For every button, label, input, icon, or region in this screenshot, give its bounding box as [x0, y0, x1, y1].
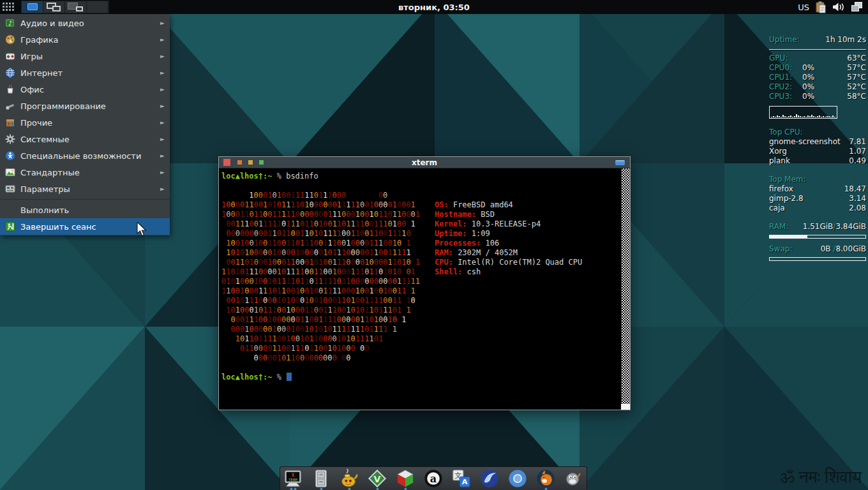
menu-item-5[interactable]: Офис►	[0, 81, 170, 98]
development-icon	[5, 101, 17, 111]
workspace-2[interactable]	[43, 1, 65, 13]
sensor-row-cpu1: CPU1:0%57°C	[769, 73, 866, 82]
workspace-1[interactable]	[22, 1, 43, 13]
sensor-row-gpu: GPU:63°C	[769, 54, 866, 63]
gimp-icon	[564, 469, 583, 488]
window-minimize-button[interactable]	[248, 160, 253, 165]
window-maximize-button[interactable]	[259, 160, 264, 165]
firefox-icon	[536, 469, 555, 488]
menu-item-label: Стандартные	[20, 168, 156, 177]
menu-item-label: Графика	[20, 35, 156, 45]
dock-item-translator[interactable]: 文A	[451, 469, 472, 488]
dock-item-genie-lamp[interactable]	[339, 469, 359, 488]
top-mem-title: Top Mem:	[769, 175, 866, 184]
system-tray: US	[798, 1, 868, 13]
volume-icon[interactable]	[832, 2, 845, 12]
sensor-row-cpu0: CPU0:0%57°C	[769, 63, 866, 73]
svg-text:♪: ♪	[8, 20, 12, 27]
top-panel: вторник, 03:50 US	[0, 0, 868, 14]
terminal-ascii-art-line: 1010100000100001000001011100000110011111…	[221, 248, 621, 258]
system-monitor: Uptime: 1h 10m 2s GPU:63°CCPU0:0%57°CCPU…	[769, 35, 866, 261]
menu-item-label: Специальные возможности	[20, 151, 156, 161]
clock[interactable]: вторник, 03:50	[0, 3, 868, 12]
terminal-screen[interactable]: loc▲lhos†:~ % bsdinfo 100010100111110111…	[219, 168, 621, 410]
dock-item-xterm[interactable]: XTERM	[283, 469, 303, 488]
workspace-window-thumbnail	[52, 6, 61, 11]
menu-item-8[interactable]: Системные►	[0, 131, 170, 147]
terminal-ascii-art-line: 00101110000101000100100011010011110011 1…	[221, 296, 621, 306]
a-browser-icon: a	[424, 469, 443, 488]
system-info-line: Processes: 106	[435, 239, 499, 248]
logout-icon	[5, 221, 17, 232]
workspace-4[interactable]	[87, 1, 108, 13]
genie-lamp-icon	[340, 469, 359, 488]
top-mem-row: caja2.08	[769, 204, 866, 213]
uptime-row: Uptime: 1h 10m 2s	[769, 35, 866, 45]
dock-item-vim[interactable]: V	[367, 469, 387, 488]
other-icon	[5, 117, 17, 128]
desktop-mantra-text: ॐ नमः शिवाय	[780, 468, 862, 487]
terminal-ascii-art-line: 10100010111001000110011100101011011101 1	[221, 306, 621, 315]
terminal-ascii-art-line: 001110011111011101101001101111001110100 …	[221, 219, 621, 229]
system-info-line: Uptime: 1:09	[435, 229, 490, 239]
divider	[769, 49, 866, 50]
terminal-scrollbar-thumb[interactable]	[621, 404, 630, 410]
keyboard-layout-indicator[interactable]: US	[798, 3, 809, 12]
menu-item-2[interactable]: Графика►	[0, 31, 170, 48]
dock-item-chromium[interactable]	[507, 469, 528, 488]
system-info-line: Kernel: 10.3-RELEASE-p4	[435, 219, 541, 229]
submenu-arrow-icon: ►	[160, 86, 165, 93]
terminal-scrollbar[interactable]	[621, 168, 630, 410]
svg-text:A: A	[462, 478, 468, 486]
dock-item-seamonkey[interactable]	[479, 469, 500, 488]
menu-item-label: Аудио и видео	[20, 19, 156, 28]
dock-item-firefox[interactable]	[535, 469, 556, 488]
terminal-prompt-line: loc▲lhos†:~ % bsdinfo	[221, 172, 621, 181]
menu-item-1[interactable]: ♪Аудио и видео►	[0, 15, 170, 31]
dock-item-file-manager[interactable]	[311, 469, 331, 488]
system-info-line: Shell: csh	[435, 267, 481, 277]
menu-item-6[interactable]: Программирование►	[0, 98, 170, 114]
cpu-usage-graph	[769, 106, 837, 119]
submenu-arrow-icon: ►	[160, 70, 165, 76]
menu-item-10[interactable]: Стандартные►	[0, 164, 170, 181]
xterm-titlebar[interactable]: xterm	[219, 157, 630, 168]
translator-icon: 文A	[452, 469, 471, 488]
submenu-arrow-icon: ►	[160, 186, 165, 192]
menu-item-9[interactable]: Специальные возможности►	[0, 147, 170, 164]
workspace-3[interactable]	[65, 1, 87, 13]
uptime-value: 1h 10m 2s	[825, 35, 866, 45]
window-shade-button[interactable]	[615, 160, 625, 165]
clipboard-icon[interactable]	[815, 1, 827, 13]
terminal-ascii-art-line: 10010010011001101110011100100001110010 1…	[221, 239, 621, 248]
ram-value: 1.51GiB/3.84GiB	[803, 222, 866, 232]
no-icon	[5, 205, 17, 215]
submenu-arrow-icon: ►	[160, 20, 165, 26]
window-close-button[interactable]	[223, 159, 230, 166]
svg-text:V: V	[374, 474, 381, 484]
terminal-ascii-art-line: 110101110000101111001100100011101101010 …	[221, 267, 621, 277]
window-menu-button[interactable]	[237, 160, 242, 165]
menu-item-3[interactable]: Игры►	[0, 48, 170, 64]
menu-item-11[interactable]: Параметры►	[0, 181, 170, 197]
terminal-ascii-art-line: 0101000100101111011011111011000000000011…	[221, 277, 621, 286]
applications-grid-icon[interactable]	[0, 0, 17, 14]
accessories-icon	[5, 167, 17, 177]
submenu-arrow-icon: ►	[160, 119, 165, 126]
terminal-ascii-art-line: 1000110110011111000000011100010010110110…	[221, 210, 621, 219]
dock-item-a-browser[interactable]: a	[423, 469, 444, 488]
dock-item-gimp[interactable]	[564, 469, 584, 488]
submenu-arrow-icon: ►	[160, 103, 165, 109]
menu-item-7[interactable]: Прочие►	[0, 114, 170, 131]
internet-icon	[5, 68, 17, 78]
dock-item-cube-3d[interactable]	[395, 469, 415, 488]
terminal-ascii-art-line: 0001000001000100101010111111101111 1	[221, 325, 621, 334]
system-info-line: CPU: Intel(R) Core(TM)2 Quad CPU	[435, 258, 582, 267]
top-cpu-title: Top CPU:	[769, 128, 866, 137]
menu-item-12[interactable]: Выполнить	[0, 202, 170, 218]
menu-item-4[interactable]: Интернет►	[0, 64, 170, 81]
window-list-icon[interactable]	[851, 1, 863, 13]
terminal-blank-line	[221, 181, 621, 191]
menu-item-13[interactable]: Завершить сеанс	[0, 218, 170, 235]
top-cpu-row: gnome-screenshot7.81	[769, 137, 866, 147]
